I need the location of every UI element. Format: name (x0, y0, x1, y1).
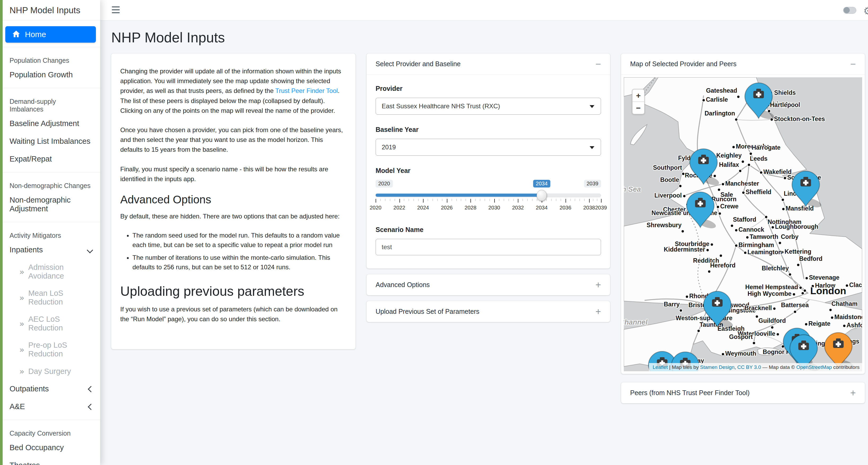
city-dot (686, 296, 688, 298)
city-dot (742, 191, 745, 194)
model-year-slider[interactable]: 2020 2039 2034 2020202220242026202820302… (376, 180, 601, 217)
peer-provider-marker[interactable] (792, 163, 806, 183)
app-window: NHP Model Inputs Home Population Changes… (0, 0, 868, 465)
gear-icon[interactable]: ⚙ (863, 5, 868, 17)
leaflet-link[interactable]: Leaflet (653, 364, 668, 370)
sidebar-item-baseline-adjustment[interactable]: Baseline Adjustment (0, 115, 100, 132)
map-city-corby: Corby (781, 233, 798, 241)
openstreetmap-link[interactable]: OpenStreetMap (796, 364, 832, 370)
sidebar-item-label: Expat/Repat (9, 155, 52, 163)
zoom-in-button[interactable]: + (632, 90, 644, 102)
advanced-options-card: Advanced Options + (367, 274, 610, 295)
collapse-icon[interactable]: − (595, 59, 601, 69)
map-city-hemel-hempstead: Hemel Hempstead (745, 284, 798, 291)
zoom-out-button[interactable]: − (632, 102, 644, 114)
selected-provider-marker[interactable] (824, 325, 838, 344)
sidebar-brand-title: NHP Model Inputs (0, 0, 100, 21)
city-dot (831, 316, 833, 319)
sidebar-item-label: Baseline Adjustment (9, 119, 79, 128)
map-city-clacton: Clacton (849, 281, 862, 289)
map-city-mansfield: Mansfield (786, 205, 814, 212)
provider-select[interactable]: East Sussex Healthcare NHS Trust (RXC) (376, 98, 601, 115)
scenario-name-label: Scenario Name (376, 226, 601, 234)
map-city-bootle: Bootle (660, 176, 679, 184)
intro-paragraph-3: Finally, you must specify a scenario nam… (120, 164, 346, 184)
baseline-year-select[interactable]: 2019 (376, 139, 601, 156)
sidebar-item-aec-los-reduction[interactable]: »AEC LoS Reduction (0, 311, 100, 337)
city-dot (731, 224, 733, 227)
sidebar-item-waiting-list-imbalances[interactable]: Waiting List Imbalances (0, 132, 100, 150)
sidebar-item-a-e[interactable]: A&E (0, 398, 100, 415)
sidebar-item-non-demographic-adjustment[interactable]: Non-demographic Adjustment (0, 191, 100, 218)
city-dot (703, 99, 705, 101)
advanced-options-heading: Advanced Options (120, 193, 346, 206)
main-content: NHP Model Inputs Changing the provider w… (100, 21, 868, 465)
dark-mode-toggle[interactable] (843, 7, 856, 14)
top-navbar: ⚙ (100, 0, 868, 21)
sidebar-item-day-surgery[interactable]: »Day Surgery (0, 363, 100, 380)
map-city-carlisle: Carlisle (706, 96, 728, 103)
slider-tick-label: 2032 (512, 205, 524, 211)
sidebar-item-bed-occupancy[interactable]: Bed Occupancy (0, 439, 100, 457)
city-dot (682, 230, 684, 232)
map-city-bletchley: Bletchley (762, 265, 789, 272)
stamen-design-link[interactable]: Stamen Design (700, 364, 735, 370)
peer-provider-marker[interactable] (789, 327, 804, 347)
chevron-left-icon (89, 402, 92, 411)
map-city-halifax: Halifax (719, 161, 739, 168)
map-city-bracknell: Bracknell (744, 305, 772, 312)
sidebar-header-non-demographic-changes: Non-demographic Changes (0, 177, 100, 191)
sidebar-item-inpatients[interactable]: Inpatients (0, 241, 100, 259)
chevron-left-icon (89, 384, 92, 393)
map-city-stockton-on-tees: Stockton-on-Tees (774, 116, 825, 123)
city-dot (720, 254, 722, 257)
city-dot (777, 333, 779, 336)
peer-provider-marker[interactable] (686, 184, 700, 204)
page-title: NHP Model Inputs (111, 29, 868, 45)
sidebar-item-mean-los-reduction[interactable]: »Mean LoS Reduction (0, 285, 100, 311)
slider-handle[interactable] (537, 190, 547, 201)
slider-max-badge: 2039 (584, 180, 601, 187)
city-dot (797, 264, 799, 266)
sidebar-item-theatres[interactable]: Theatres (0, 457, 100, 465)
sea-label-english-channel: English Channel (624, 318, 648, 327)
chevron-down-icon (590, 105, 594, 108)
sidebar-item-home[interactable]: Home (5, 26, 96, 43)
sidebar-item-label: Mean LoS Reduction (28, 289, 92, 306)
sidebar-item-pre-op-los-reduction[interactable]: »Pre-op LoS Reduction (0, 337, 100, 363)
sidebar-item-admission-avoidance[interactable]: »Admission Avoidance (0, 259, 100, 285)
sidebar-toggle-button[interactable] (112, 6, 120, 13)
map-city-barry: Barry (664, 301, 680, 308)
city-dot (722, 183, 724, 185)
sidebar-header-demand-supply-imbalances: Demand-supply Imbalances (0, 92, 100, 115)
sidebar-header-activity-mitigators: Activity Mitigators (0, 226, 100, 241)
sidebar-item-expat-repat[interactable]: Expat/Repat (0, 150, 100, 168)
map-city-bedford: Bedford (799, 255, 823, 262)
expand-icon[interactable]: + (595, 307, 601, 316)
leaflet-map[interactable]: Irish Sea English Channel GatesheadSouth… (624, 77, 862, 371)
peer-provider-marker[interactable] (689, 141, 704, 161)
sidebar-item-outpatients[interactable]: Outpatients (0, 380, 100, 398)
city-dot (846, 284, 848, 287)
scenario-name-input[interactable]: test (376, 239, 601, 255)
advanced-options-list: The random seed used for the model run. … (122, 230, 346, 272)
peer-provider-marker[interactable] (648, 344, 662, 363)
collapse-icon[interactable]: − (850, 59, 856, 69)
map-city-sheffield: Sheffield (746, 189, 771, 196)
intro-paragraph-1: Changing the provider will update all of… (120, 66, 346, 116)
sidebar-item-label: Admission Avoidance (28, 263, 92, 280)
map-city-ashford: Ashford (846, 322, 862, 329)
map-city-harrogate: Harrogate (752, 144, 781, 151)
trust-peer-finder-link[interactable]: Trust Peer Finder Tool (275, 87, 338, 94)
city-dot (706, 249, 709, 251)
cc-by-link[interactable]: CC BY 3.0 (737, 364, 761, 370)
peer-provider-marker[interactable] (744, 77, 758, 95)
expand-icon[interactable]: + (850, 388, 856, 398)
expand-icon[interactable]: + (595, 280, 601, 290)
map-city-hereford: Hereford (710, 262, 736, 269)
peer-provider-marker[interactable] (671, 344, 685, 364)
city-dot (771, 326, 773, 329)
peer-provider-marker[interactable] (703, 284, 717, 303)
map-city-darlington: Darlington (705, 110, 735, 117)
sidebar-item-population-growth[interactable]: Population Growth (0, 66, 100, 84)
